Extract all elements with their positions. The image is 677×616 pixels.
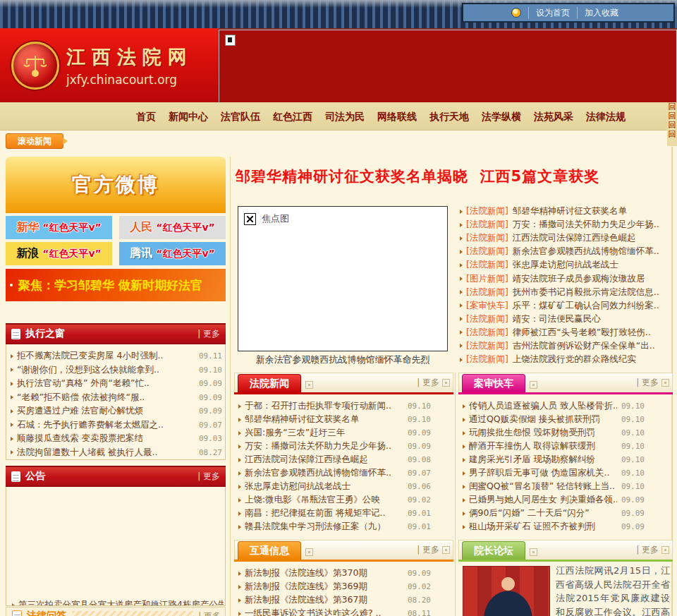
list-item[interactable]: 邹碧华精神研讨征文获奖名单 09.10 [238, 413, 431, 426]
list-item[interactable]: 万安：播撒司法关怀助力失足少年扬.. 09.09 [238, 440, 431, 453]
nav-item[interactable]: 法官队伍 [214, 111, 267, 122]
list-item[interactable]: 玩闹挨批生怨恨 毁坏财物受刑罚 09.10 [463, 426, 645, 440]
list-item[interactable]: 兴国:服务“三农”赶圩三年 09.09 [238, 426, 431, 440]
list-item[interactable]: [法院新闻] 江西法院司法保障江西绿色崛起 [460, 231, 671, 245]
list-item[interactable]: 赣县法院集中学习刑法修正案（九） 09.01 [238, 520, 431, 533]
official-weibo-banner[interactable]: 官方微博 [6, 157, 226, 213]
weibo-button-sina[interactable]: 新浪 “红色天平v” [6, 242, 112, 265]
list-item[interactable]: 已婚男与她人同居生女 判决重婚各领.. 09.09 [463, 493, 645, 507]
list-item[interactable]: 醉酒开车撞伤人 取得谅解获缓刑 09.10 [463, 440, 645, 453]
list-item[interactable]: 拒不搬离法院已变卖房屋 4小时强制.. 09.11 [11, 349, 222, 363]
site-logo[interactable]: 江西法院网 jxfy.chinacourt.org [0, 28, 219, 102]
site-url: jxfy.chinacourt.org [66, 73, 193, 87]
list-item[interactable]: 于都：召开打击拒执罪专项行动新闻.. 09.10 [238, 399, 431, 413]
list-item[interactable]: 新法制报《法院连线》第370期 09.09 [238, 567, 431, 580]
bullet-triangle-icon [460, 303, 463, 308]
more-link[interactable]: | 更多 [636, 377, 672, 392]
list-item[interactable]: 传销人员追逐被骗人员 致人坠楼骨折.. 09.10 [463, 399, 645, 413]
list-item[interactable]: 建房采光引矛盾 现场勘察解纠纷 09.10 [463, 453, 645, 466]
court-emblem-icon [11, 42, 59, 90]
more-link[interactable]: | 更多 [197, 471, 226, 483]
list-item[interactable]: “谢谢你们，没想到这么快就能拿到.. 09.10 [11, 363, 222, 378]
bullet-triangle-icon [11, 368, 13, 372]
seal-ornament-icon [442, 379, 450, 387]
list-item[interactable]: “老赖”拒不赔偿 依法被拘终“服.. 09.09 [11, 391, 222, 405]
nav-item[interactable]: 网络联线 [371, 111, 423, 122]
list-item[interactable]: [图片新闻] 靖安法院班子成员参观梅汝璈故居 [460, 272, 671, 285]
list-item[interactable]: [案审快车] 乐平：煤矿矿工确认合同效力纠纷案.. [460, 299, 671, 313]
list-item[interactable]: 新法制报《法院连线》第367期 08.20 [238, 593, 431, 607]
weibo-button-renmin[interactable]: 人民 “红色天平v” [119, 216, 226, 239]
list-item[interactable]: 俩90后“闪婚” 二十天后“闪分” 09.09 [463, 507, 645, 520]
bullet-triangle-icon [460, 236, 463, 241]
president-forum-text[interactable]: 江西法院网讯2月15日，江西省高级人民法院召开全省法院2015年党风廉政建设和反… [556, 564, 670, 616]
list-item[interactable]: 上饶:微电影《吊瓶法官王勇》公映 09.02 [238, 493, 431, 507]
focus-campaign-banner[interactable]: 聚焦：学习邹碧华 做新时期好法官 [6, 269, 226, 301]
more-link[interactable]: | 更多 [194, 610, 225, 616]
list-item[interactable]: [法院新闻] 万安：播撒司法关怀助力失足少年扬.. [460, 218, 671, 231]
list-item[interactable]: [法院新闻] 新余法官参观赣西抗战博物馆缅怀革.. [460, 245, 671, 258]
list-item[interactable]: 张忠厚走访慰问抗战老战士 09.06 [238, 480, 431, 493]
more-link[interactable]: | 更多 [636, 544, 672, 560]
focus-image-caption[interactable]: 新余法官参观赣西抗战博物馆缅怀革命先烈 [238, 354, 448, 366]
tab-exchange-info[interactable]: 互通信息 [238, 541, 301, 560]
bullet-triangle-icon [238, 471, 241, 476]
focus-image-placeholder[interactable]: 焦点图 [238, 206, 448, 351]
list-item[interactable]: [法院新闻] 靖安：司法便民赢民心 [460, 313, 671, 326]
main-headline[interactable]: 邹碧华精神研讨征文获奖名单揭晓 江西5篇文章获奖 [236, 167, 674, 186]
nav-item[interactable]: 司法为民 [319, 111, 371, 122]
list-item[interactable]: 执行法官动“真格” 外商“老赖”忙.. 09.09 [11, 377, 222, 391]
tab-court-news[interactable]: 法院新闻 [238, 374, 301, 392]
list-item[interactable]: 租山场开采矿石 证照不齐被判刑 09.09 [463, 520, 645, 533]
nav-item[interactable]: 执行天地 [423, 111, 475, 122]
list-item[interactable]: 一纸民事诉讼文书送达咋这么难? .. 08.11 [238, 607, 431, 616]
document-icon [12, 610, 22, 616]
set-home-link[interactable]: 设为首页 [528, 7, 577, 19]
list-item[interactable]: [法院新闻] 律师被江西“头号老赖”殴打致轻伤.. [460, 326, 671, 339]
more-link[interactable]: | 更多 [417, 544, 453, 560]
section-title: 执行之窗 [25, 327, 65, 340]
list-item[interactable]: 闺蜜QQ被“冒名顶替” 轻信转账上当.. 09.10 [463, 480, 645, 493]
list-item[interactable]: 买房遭遇过户难 法官耐心解忧烦 09.09 [11, 404, 222, 418]
list-item[interactable]: 顺藤摸瓜查线索 变卖股票把案结 09.03 [11, 432, 222, 446]
weibo-suffix: “红色天平v” [156, 222, 215, 234]
weibo-suffix: “红色天平v” [42, 248, 102, 260]
list-item[interactable]: [法院新闻] 抚州市委书记肖毅批示肯定法院信息.. [460, 286, 671, 299]
bullet-triangle-icon [463, 498, 465, 502]
nav-item[interactable]: 法苑风采 [527, 111, 580, 122]
president-photo[interactable] [463, 566, 550, 616]
list-item[interactable]: 通过QQ贩卖假烟 接头被抓获刑罚 09.10 [463, 413, 645, 426]
list-item[interactable]: [法院新闻] 邹碧华精神研讨征文获奖名单 [460, 205, 671, 218]
nav-item[interactable]: 法律法规 [580, 111, 632, 122]
more-link[interactable]: | 更多 [417, 377, 453, 392]
list-item[interactable]: [法院新闻] 吉州法院首例诉讼财产保全保单“出.. [460, 339, 671, 353]
list-item[interactable]: 第三次拍卖分宜县分宜大道房产和挑江路4栋房产公告 [12, 599, 224, 606]
tab-case-express[interactable]: 案审快车 [462, 374, 525, 392]
bullet-dot-icon [10, 284, 13, 286]
list-item[interactable]: 法院拘留遭数十人堵截 被执行人最.. 08.27 [11, 446, 222, 460]
add-favorite-link[interactable]: 加入收藏 [577, 7, 626, 19]
list-item[interactable]: 石城：先予执行赡养费解老太燃眉之.. 09.07 [11, 418, 222, 433]
list-item[interactable]: 江西法院司法保障江西绿色崛起 09.08 [238, 453, 431, 466]
nav-item[interactable]: 首页 [130, 111, 162, 122]
nav-item[interactable]: 新闻中心 [162, 111, 214, 122]
bullet-triangle-icon [460, 317, 463, 321]
column-divider [230, 157, 231, 616]
bullet-triangle-icon [463, 445, 465, 449]
tab-president-forum[interactable]: 院长论坛 [462, 541, 525, 560]
seal-ornament-icon [305, 381, 313, 389]
weibo-button-tencent[interactable]: 腾讯 “红色天平v” [119, 242, 226, 265]
nav-item[interactable]: 法学纵横 [475, 111, 527, 122]
list-item[interactable]: [法院新闻] 张忠厚走访慰问抗战老战士 [460, 258, 671, 272]
broken-plugin-icon [225, 35, 236, 46]
more-link[interactable]: | 更多 [197, 328, 226, 340]
list-item[interactable]: [法院新闻] 上饶法院践行党的群众路线纪实 [460, 353, 671, 366]
list-item[interactable]: 南昌：把纪律挺在前面 将规矩牢记.. 09.01 [238, 507, 431, 520]
list-item[interactable]: 新余法官参观赣西抗战博物馆缅怀革.. 09.07 [238, 466, 431, 480]
list-item[interactable]: 男子辞职后无事可做 伪造国家机关.. 09.10 [463, 466, 645, 480]
bullet-triangle-icon [12, 603, 15, 607]
list-item[interactable]: 新法制报《法院连线》第369期 09.02 [238, 580, 431, 593]
weibo-button-xinhua[interactable]: 新华 “红色天平v” [6, 216, 112, 239]
bullet-triangle-icon [11, 450, 13, 454]
nav-item[interactable]: 红色江西 [267, 111, 319, 122]
